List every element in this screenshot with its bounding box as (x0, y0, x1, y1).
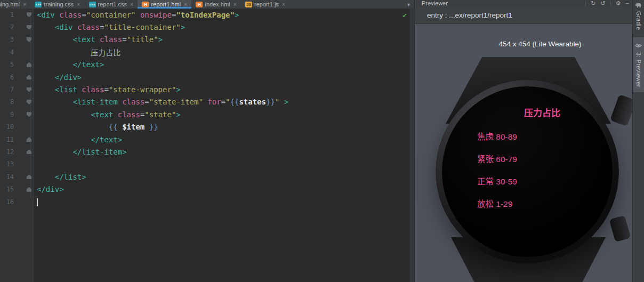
fold-marker-icon[interactable] (27, 25, 31, 30)
close-icon[interactable]: × (184, 1, 187, 7)
code-text: <list-item class="state-item" for="{{sta… (34, 98, 288, 106)
code-line[interactable]: 5 </text> (0, 59, 410, 71)
tab-report1-css[interactable]: cssreport1.css× (85, 0, 138, 9)
inspection-check-icon[interactable]: ✔ (402, 11, 407, 19)
line-number: 4 (0, 49, 14, 56)
close-icon[interactable]: × (234, 1, 237, 7)
line-number: 12 (0, 148, 14, 156)
gutter-cell: 11 (0, 133, 34, 146)
line-number: 16 (0, 198, 14, 206)
gutter-cell: 3 (0, 34, 34, 46)
code-text: </div> (34, 73, 82, 82)
code-line[interactable]: 4 压力占比 (0, 46, 410, 58)
watch-bezel: 压力占比 焦虑 80-89紧张 60-79正常 30-59放松 1-29 (436, 80, 619, 263)
code-line[interactable]: 8 <list-item class="state-item" for="{{s… (0, 96, 410, 108)
watch-state-list: 焦虑 80-89紧张 60-79正常 30-59放松 1-29 (477, 126, 517, 215)
fold-marker-icon[interactable] (27, 87, 31, 92)
watch-state-item: 焦虑 80-89 (477, 126, 517, 148)
editor-tab-bar: ining.hml×csstraining.css×cssreport1.css… (0, 0, 414, 9)
refresh-icon[interactable]: ↻ (591, 1, 595, 6)
gutter-cell: 1 (0, 9, 34, 21)
editor-scroll-stripe[interactable] (410, 9, 414, 282)
watch-side-button (609, 215, 631, 243)
gutter-cell: 16 (0, 196, 34, 208)
gutter-cell: 2 (0, 21, 34, 33)
code-line[interactable]: 6 </div> (0, 71, 410, 83)
line-number: 13 (0, 160, 14, 168)
gutter-cell: 13 (0, 158, 34, 171)
code-text: {{ $item }} (34, 123, 158, 131)
code-text: </text> (34, 60, 104, 69)
gutter-cell: 9 (0, 108, 34, 120)
text-caret (37, 198, 38, 206)
line-number: 2 (0, 23, 14, 31)
close-icon[interactable]: × (77, 1, 80, 7)
fold-marker-icon[interactable] (27, 112, 31, 117)
settings-gear-icon[interactable]: ⚙ (616, 1, 621, 6)
code-line[interactable]: 7 <list class="state-wrapper"> (0, 83, 410, 95)
gradle-label: Gradle (635, 11, 642, 30)
line-number: 9 (0, 111, 14, 118)
close-icon[interactable]: × (282, 1, 285, 7)
gutter-cell: 15 (0, 183, 34, 195)
fold-marker-icon[interactable] (27, 62, 31, 67)
code-line[interactable]: 3 <text class="title"> (0, 34, 410, 46)
rotate-icon[interactable]: ↺ (600, 1, 605, 6)
entry-target-selector[interactable]: entry : ...ex/report1/report1 (415, 7, 632, 24)
code-text (34, 197, 38, 206)
tab-report1-hml[interactable]: Hreport1.hml× (138, 0, 191, 9)
close-icon[interactable]: × (23, 1, 26, 7)
line-number: 5 (0, 61, 14, 68)
code-text: </list-item> (34, 148, 127, 156)
fold-marker-icon[interactable] (27, 75, 31, 79)
previewer-actions: ↻ ↺ ⚙ − (585, 1, 629, 6)
gutter-cell: 7 (0, 83, 34, 95)
fold-marker-icon[interactable] (27, 137, 31, 142)
tab-index-hml[interactable]: Hindex.hml× (191, 0, 241, 9)
tab-ining-hml[interactable]: ining.hml× (0, 0, 30, 9)
tab-report1-js[interactable]: JSreport1.js× (241, 0, 289, 9)
code-line[interactable]: 1<div class="container" onswipe="toIndex… (0, 9, 410, 21)
code-line[interactable]: 9 <text class="state"> (0, 108, 410, 120)
line-number: 15 (0, 186, 14, 193)
watch-state-item: 放松 1-29 (477, 193, 517, 215)
gutter-cell: 6 (0, 71, 34, 83)
watch-state-item: 正常 30-59 (477, 171, 517, 193)
gradle-icon (634, 1, 642, 10)
watch-app-title: 压力占比 (442, 106, 613, 119)
code-line[interactable]: 14 </list> (0, 171, 410, 183)
line-number: 1 (0, 11, 14, 19)
code-text: </text> (34, 135, 122, 144)
fold-marker-icon[interactable] (27, 37, 31, 42)
right-tool-strip: Gradle 3: Previewer (632, 0, 644, 282)
watch-device-preview: 压力占比 焦虑 80-89紧张 60-79正常 30-59放松 1-29 (415, 24, 632, 282)
code-line[interactable]: 2 <div class="title-container"> (0, 21, 410, 33)
minimize-icon[interactable]: − (626, 1, 629, 6)
hidden-tabs-chevron-icon[interactable]: ▾ (405, 1, 414, 7)
code-line[interactable]: 13 (0, 158, 410, 171)
code-editor[interactable]: 1<div class="container" onswipe="toIndex… (0, 9, 414, 282)
code-line[interactable]: 12 </list-item> (0, 146, 410, 158)
line-number: 10 (0, 123, 14, 131)
fold-marker-icon[interactable] (27, 149, 31, 154)
tab-label: ining.hml (0, 1, 20, 7)
gradle-tool-button[interactable]: Gradle (634, 0, 642, 30)
hml-file-icon: H (196, 2, 203, 7)
fold-marker-icon[interactable] (27, 174, 31, 179)
close-icon[interactable]: × (130, 1, 133, 7)
gutter-cell: 8 (0, 96, 34, 108)
previewer-button-label: 3: Previewer (635, 52, 642, 87)
fold-marker-icon[interactable] (27, 187, 31, 192)
code-line[interactable]: 16 (0, 196, 410, 208)
entry-label: entry : ...ex/report1/report1 (427, 11, 512, 19)
fold-marker-icon[interactable] (27, 100, 31, 104)
code-line[interactable]: 11 </text> (0, 133, 410, 146)
code-line[interactable]: 10 {{ $item }} (0, 121, 410, 133)
previewer-tool-button[interactable]: 3: Previewer (633, 37, 644, 92)
code-text: </list> (34, 173, 86, 181)
fold-marker-icon[interactable] (27, 12, 31, 17)
gutter-cell: 14 (0, 171, 34, 183)
code-line[interactable]: 15</div> (0, 183, 410, 195)
watch-crown-button (610, 94, 632, 126)
tab-training-css[interactable]: csstraining.css× (30, 0, 84, 9)
